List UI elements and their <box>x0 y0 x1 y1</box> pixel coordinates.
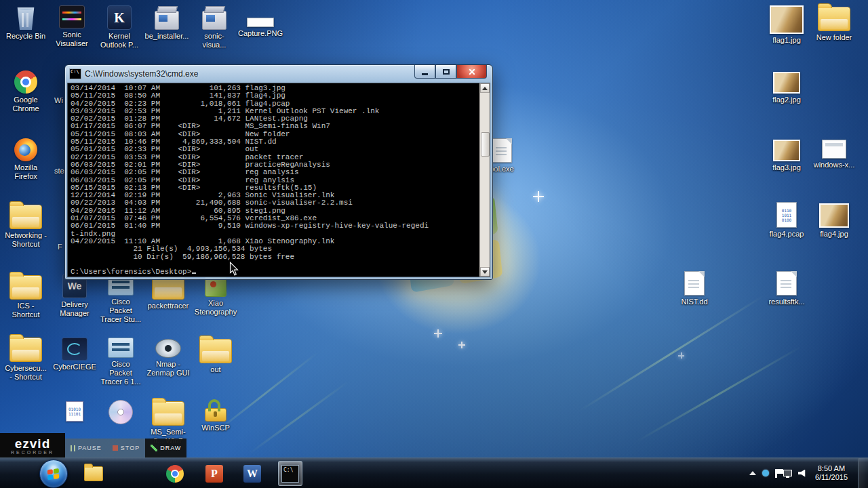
desktop-icon-recycle-bin[interactable]: Recycle Bin <box>4 5 47 41</box>
desktop-icon-cisco-packet-tracer-student[interactable]: Cisco Packet Tracer Stu... <box>99 275 142 324</box>
cmd-window-title: C:\Windows\system32\cmd.exe <box>85 69 198 79</box>
taskbar-icon-windows-explorer[interactable] <box>81 461 106 486</box>
desktop-icon-cisco-packet-tracer-6[interactable]: Cisco Packet Tracer 6 1... <box>99 338 142 386</box>
desktop-icon-nmap-zenmap[interactable]: Nmap - Zenmap GUI <box>146 339 190 378</box>
desktop-icon-sonic-visua-installer[interactable]: sonic-visua... <box>193 5 236 49</box>
flag2-jpg-icon <box>773 72 800 94</box>
desktop-icon-networking-shortcut[interactable]: Networking - Shortcut <box>4 205 47 249</box>
desktop-icon-cybersecurity-shortcut[interactable]: Cybersecu... - Shortcut <box>4 338 47 382</box>
desktop-icon-label: packettracer <box>148 302 189 310</box>
flag1-jpg-icon <box>770 5 804 34</box>
taskbar-icon-word[interactable]: W <box>240 461 264 486</box>
taskbar: PWC:\ 8:50 AM 6/11/2015 <box>0 458 868 488</box>
clock-date: 6/11/2015 <box>815 473 848 482</box>
desktop-icon-label: Cybersecu... - Shortcut <box>4 364 47 382</box>
desktop-icon-label: flag4.jpg <box>820 230 848 239</box>
taskbar-icons: PWC:\ <box>0 458 868 488</box>
ms-semifinals-win7-icon <box>152 401 184 426</box>
desktop-icon-be-installer[interactable]: be_installer... <box>145 5 189 41</box>
cyberciege-icon <box>62 338 87 361</box>
desktop-icon-ics-shortcut[interactable]: ICS - Shortcut <box>4 275 47 319</box>
cmd-window: C:\ C:\Windows\system32\cmd.exe 03/14/20… <box>64 64 493 280</box>
desktop-icon-resultsftk[interactable]: resultsftk... <box>765 271 808 306</box>
taskbar-clock[interactable]: 8:50 AM 6/11/2015 <box>815 464 848 482</box>
ezvid-logo: ezvid RECORDER <box>0 433 65 459</box>
desktop-icon-new-folder[interactable]: New folder <box>812 7 856 42</box>
desktop-icon-delivery-manager[interactable]: WeDelivery Manager <box>53 274 96 318</box>
close-button[interactable] <box>456 65 487 79</box>
desktop-icon-label: flag2.jpg <box>772 96 801 104</box>
ezvid-stop-button[interactable]: STOP <box>107 439 145 458</box>
hidden-icons-arrow[interactable] <box>749 471 756 475</box>
volume-icon[interactable] <box>798 470 807 477</box>
network-icon[interactable] <box>783 470 792 476</box>
ezvid-pause-button[interactable]: PAUSE <box>65 439 107 458</box>
ezvid-brand: ezvid <box>15 438 51 450</box>
desktop-icon-kernel-outlook[interactable]: KKernel Outlook P... <box>98 5 141 49</box>
desktop-icon-flag3-jpg[interactable]: flag3.jpg <box>765 140 808 172</box>
desktop-icon-sonic-visualiser[interactable]: Sonic Visualiser <box>50 5 94 48</box>
ezvid-button-label: PAUSE <box>78 445 102 451</box>
desktop-icon-packettracer[interactable]: packettracer <box>146 275 190 310</box>
minimize-button[interactable] <box>414 65 435 79</box>
console-scrollbar[interactable] <box>479 83 490 277</box>
desktop-icon-cyberciege[interactable]: CyberCIEGE <box>53 338 96 371</box>
taskbar-icon-google-chrome[interactable] <box>163 461 187 486</box>
desktop-icon-label: Sonic Visualiser <box>50 30 94 48</box>
stop-icon <box>113 445 118 451</box>
cisco-packet-tracer-6-icon <box>108 338 134 358</box>
ezvid-draw-button[interactable]: DRAW <box>145 439 186 458</box>
recycle-bin-icon <box>16 5 35 30</box>
scroll-thumb[interactable] <box>481 132 490 157</box>
taskbar-icon-cmd[interactable]: C:\ <box>278 461 302 486</box>
scroll-up-button[interactable] <box>480 83 490 93</box>
windows-explorer-icon <box>84 466 103 481</box>
partially-hidden-icon-label: ste <box>54 167 64 175</box>
google-chrome-icon <box>166 465 184 483</box>
action-center-icon[interactable] <box>775 469 777 478</box>
show-desktop-button[interactable] <box>858 458 868 488</box>
desktop-icon-nist-dd[interactable]: NIST.dd <box>673 271 716 306</box>
maximize-button[interactable] <box>435 65 456 79</box>
desktop-icon-binary-file[interactable]: 01010 11101 <box>53 401 96 422</box>
cmd-titlebar[interactable]: C:\ C:\Windows\system32\cmd.exe <box>65 65 492 83</box>
desktop-icon-label: Cisco Packet Tracer 6 1... <box>99 360 142 386</box>
console-output[interactable]: 03/14/2014 10:07 AM 101,263 flag3.jpg05/… <box>67 83 490 277</box>
desktop-icon-google-chrome[interactable]: Google Chrome <box>4 70 47 113</box>
desktop-icon-label: Capture.PNG <box>238 29 283 38</box>
desktop-icon-windows-x-png[interactable]: windows-x... <box>812 140 856 169</box>
cmd-body: 03/14/2014 10:07 AM 101,263 flag3.jpg05/… <box>67 83 490 277</box>
desktop-icon-flag4-pcap[interactable]: 0110 1011 0100flag4.pcap <box>765 202 808 239</box>
desktop-icon-dvd-disc[interactable] <box>99 400 142 424</box>
desktop-icon-label: Google Chrome <box>4 96 47 113</box>
desktop-icon-label: be_installer... <box>145 32 189 41</box>
scroll-down-button[interactable] <box>480 267 490 277</box>
flag3-jpg-icon <box>773 140 800 161</box>
draw-icon <box>151 445 157 451</box>
taskbar-icon-powerpoint[interactable]: P <box>202 461 226 486</box>
kernel-outlook-icon: K <box>107 5 132 30</box>
google-chrome-icon <box>14 70 37 94</box>
command-prompt: C:\Users\forensics\Desktop> <box>71 268 191 276</box>
word-icon: W <box>243 465 261 483</box>
desktop-icon-winscp[interactable]: WinSCP <box>194 399 237 432</box>
desktop-icon-flag4-jpg[interactable]: flag4.jpg <box>812 203 856 239</box>
new-folder-icon <box>818 7 850 31</box>
desktop-icon-xiao-stenography[interactable]: Xiao Stenography <box>194 275 237 317</box>
desktop-icon-out-folder[interactable]: out <box>194 339 237 374</box>
console-text: 03/14/2014 10:07 AM 101,263 flag3.jpg05/… <box>71 85 479 276</box>
ezvid-tray-icon[interactable] <box>762 470 769 476</box>
desktop-icon-mozilla-firefox[interactable]: Mozilla Firefox <box>4 138 47 181</box>
sonic-visualiser-icon <box>59 5 85 28</box>
desktop-icon-flag2-jpg[interactable]: flag2.jpg <box>765 72 808 104</box>
ool-exe-icon <box>492 138 512 163</box>
desktop-icon-flag1-jpg[interactable]: flag1.jpg <box>765 5 808 45</box>
cmd-icon: C:\ <box>281 465 299 483</box>
desktop-icon-label: Cisco Packet Tracer Stu... <box>99 298 142 324</box>
desktop-icon-label: sonic-visua... <box>193 32 236 49</box>
desktop-icon-label: New folder <box>816 33 852 42</box>
desktop-icon-capture-png[interactable]: Capture.PNG <box>239 18 282 38</box>
dvd-disc-icon <box>108 400 133 424</box>
desktop-icon-label: NIST.dd <box>681 298 707 306</box>
tray-icons <box>762 469 807 478</box>
